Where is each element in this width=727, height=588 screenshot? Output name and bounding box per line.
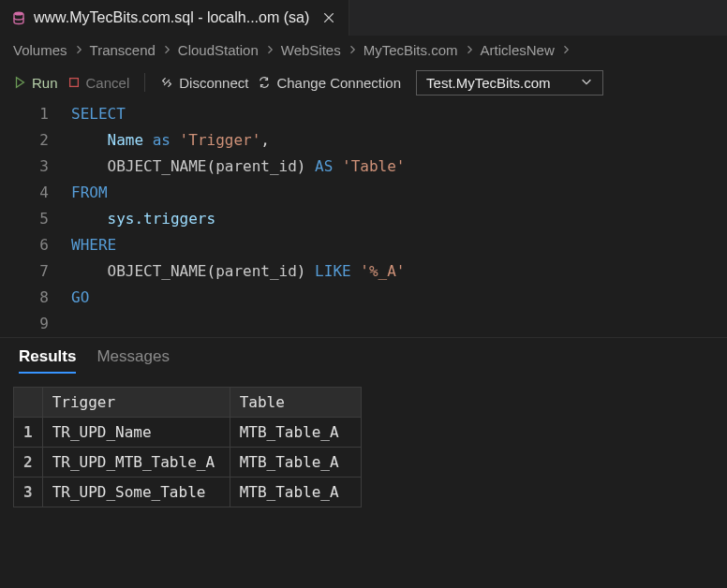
row-number: 2 (14, 448, 43, 478)
breadcrumb-item[interactable]: Transcend (90, 42, 156, 58)
result-tabs: Results Messages (0, 337, 727, 379)
separator (144, 73, 145, 92)
results-grid-wrap: TriggerTable1TR_UPD_NameMTB_Table_A2TR_U… (0, 379, 727, 515)
line-number: 9 (0, 311, 49, 337)
code-line[interactable]: sys.triggers (71, 206, 727, 232)
cancel-button[interactable]: Cancel (67, 75, 130, 91)
chevron-right-icon (73, 42, 84, 58)
change-connection-button[interactable]: Change Connection (258, 75, 401, 91)
cell[interactable]: MTB_Table_A (230, 478, 361, 507)
database-picker-value: Test.MyTecBits.com (426, 75, 551, 91)
tab-title: www.MyTecBits.com.sql - localh...om (sa) (34, 9, 309, 26)
chevron-right-icon (560, 42, 571, 58)
breadcrumb-item[interactable]: CloudStation (178, 42, 259, 58)
code-line[interactable]: GO (71, 285, 727, 311)
breadcrumb-item[interactable]: ArticlesNew (481, 42, 555, 58)
line-number: 2 (0, 127, 49, 154)
toolbar: Run Cancel Disconnect Change Connection … (0, 64, 727, 101)
breadcrumb-item[interactable]: WebSites (281, 42, 341, 58)
code-line[interactable]: SELECT (71, 101, 727, 127)
code-line[interactable]: OBJECT_NAME(parent_id) LIKE '%_A' (71, 258, 727, 285)
breadcrumb: VolumesTranscendCloudStationWebSitesMyTe… (0, 36, 727, 64)
disconnect-icon (160, 76, 173, 89)
stop-icon (67, 76, 81, 89)
disconnect-button[interactable]: Disconnect (160, 75, 248, 91)
database-picker[interactable]: Test.MyTecBits.com (416, 70, 603, 96)
line-number: 8 (0, 285, 49, 311)
chevron-right-icon (347, 42, 358, 58)
change-connection-icon (258, 76, 271, 89)
chevron-right-icon (161, 42, 172, 58)
line-number: 5 (0, 206, 49, 232)
line-number: 1 (0, 101, 49, 127)
table-row[interactable]: 2TR_UPD_MTB_Table_AMTB_Table_A (14, 448, 362, 478)
line-number: 4 (0, 180, 49, 206)
table-row[interactable]: 1TR_UPD_NameMTB_Table_A (14, 418, 362, 448)
cell[interactable]: MTB_Table_A (230, 448, 361, 478)
database-icon (11, 10, 26, 25)
line-number: 7 (0, 258, 49, 285)
disconnect-label: Disconnect (179, 75, 248, 91)
code-line[interactable]: WHERE (71, 232, 727, 258)
column-header[interactable]: Table (230, 388, 361, 418)
cancel-label: Cancel (86, 75, 130, 91)
breadcrumb-item[interactable]: MyTecBits.com (364, 42, 458, 58)
line-number: 3 (0, 154, 49, 180)
change-connection-label: Change Connection (276, 75, 401, 91)
svg-rect-1 (69, 79, 78, 87)
breadcrumb-item[interactable]: Volumes (13, 42, 67, 58)
cell[interactable]: MTB_Table_A (230, 418, 361, 448)
code-line[interactable]: FROM (71, 180, 727, 206)
run-button[interactable]: Run (13, 75, 58, 91)
code-area[interactable]: SELECT Name as 'Trigger', OBJECT_NAME(pa… (71, 101, 727, 337)
cell[interactable]: TR_UPD_MTB_Table_A (42, 448, 230, 478)
chevron-down-icon (580, 75, 593, 91)
line-gutter: 123456789 (0, 101, 71, 337)
results-grid[interactable]: TriggerTable1TR_UPD_NameMTB_Table_A2TR_U… (13, 387, 362, 507)
svg-point-0 (14, 12, 23, 16)
column-header[interactable]: Trigger (42, 388, 230, 418)
grid-corner (14, 388, 43, 418)
tab-messages[interactable]: Messages (96, 347, 169, 374)
code-line[interactable] (71, 311, 727, 337)
run-label: Run (32, 75, 58, 91)
line-number: 6 (0, 232, 49, 258)
cell[interactable]: TR_UPD_Some_Table (42, 478, 230, 507)
close-icon[interactable] (320, 9, 337, 26)
cell[interactable]: TR_UPD_Name (42, 418, 230, 448)
code-line[interactable]: Name as 'Trigger', (71, 127, 727, 154)
tab-bar: www.MyTecBits.com.sql - localh...om (sa) (0, 0, 727, 36)
table-row[interactable]: 3TR_UPD_Some_TableMTB_Table_A (14, 478, 362, 507)
chevron-right-icon (464, 42, 475, 58)
play-icon (13, 76, 26, 89)
chevron-right-icon (264, 42, 275, 58)
editor-tab[interactable]: www.MyTecBits.com.sql - localh...om (sa) (0, 0, 349, 36)
row-number: 3 (14, 478, 43, 507)
code-editor[interactable]: 123456789 SELECT Name as 'Trigger', OBJE… (0, 101, 727, 337)
row-number: 1 (14, 418, 43, 448)
code-line[interactable]: OBJECT_NAME(parent_id) AS 'Table' (71, 154, 727, 180)
tab-results[interactable]: Results (19, 347, 76, 374)
